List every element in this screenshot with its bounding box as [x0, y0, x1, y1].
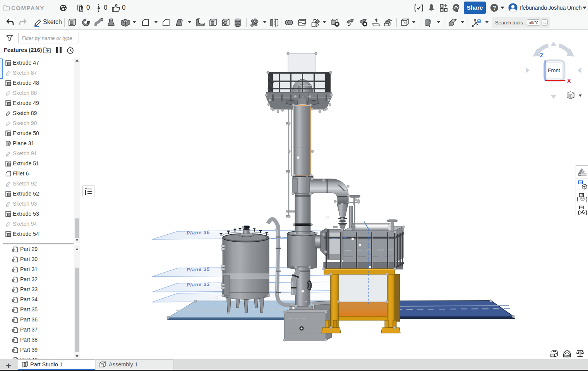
- svg-text:?: ?: [492, 4, 496, 11]
- svg-text:Front: Front: [548, 67, 560, 73]
- svg-text:X: X: [567, 78, 571, 84]
- svg-text:Plane 36: Plane 36: [187, 230, 210, 236]
- svg-text:Z: Z: [540, 52, 543, 58]
- svg-text:Plane 33: Plane 33: [187, 282, 210, 288]
- svg-text:Plane 35: Plane 35: [187, 266, 210, 273]
